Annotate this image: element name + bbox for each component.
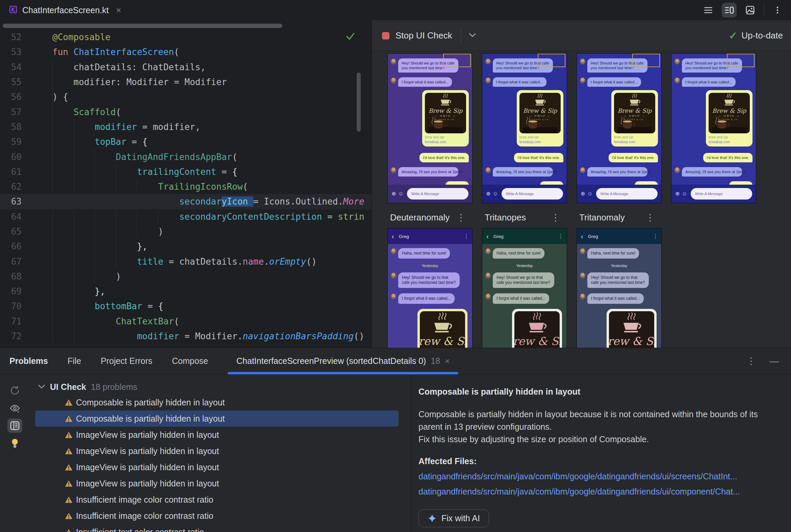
code-line[interactable]: 55 modifier: Modifier = Modifier [0, 75, 371, 90]
code-text: }, [52, 241, 148, 251]
problem-item-text: ImageView is partially hidden in layout [76, 462, 219, 472]
line-number: 60 [0, 152, 22, 162]
link-preview-card: Brew & Sip — OHIO — COFFEE & CO. brew an… [422, 90, 469, 147]
code-editor[interactable]: 52@Composable53fun ChatInterfaceScreen(5… [0, 20, 371, 348]
code-line[interactable]: 53fun ChatInterfaceScreen( [0, 44, 371, 59]
code-line[interactable]: 67 title = chatDetails.name.orEmpty() [0, 254, 371, 269]
vertical-scrollbar[interactable] [357, 73, 361, 132]
back-icon: ‹ [486, 233, 489, 240]
tab-project-errors[interactable]: Project Errors [100, 356, 152, 366]
code-line[interactable]: 61 trailingContent = { [0, 165, 371, 179]
tab-ui-check-preview[interactable]: ChatInterfaceScreenPreview (sortedChatDe… [228, 348, 458, 374]
preview-phone[interactable]: Hey! Should we go to that cafe you menti… [387, 53, 473, 203]
code-line[interactable]: 56) { [0, 90, 371, 104]
stop-ui-check-button[interactable]: Stop UI Check [382, 31, 452, 41]
emoji-icon: ☺ [587, 191, 592, 196]
problem-item[interactable]: ImageView is partially hidden in layout [35, 427, 399, 443]
preview-filter-eye-icon[interactable] [7, 401, 22, 415]
code-line[interactable]: 63 secondaryIcon = Icons.Outlined.More [0, 194, 371, 209]
preview-phone[interactable]: ‹ Greg ⋮ Haha, next time for sure! Yeste… [387, 228, 473, 348]
line-number: 69 [0, 286, 22, 297]
problem-item[interactable]: Insufficient image color contrast ratio [35, 492, 399, 508]
svg-text:Brew & Sip: Brew & Sip [712, 107, 747, 114]
layout-warning-highlight [727, 54, 755, 67]
preview-canvas[interactable]: Hey! Should we go to that cafe you menti… [372, 51, 791, 348]
code-line[interactable]: 70 bottomBar = { [0, 299, 371, 314]
preview-view-icon[interactable] [743, 3, 758, 18]
problem-item[interactable]: ImageView is partially hidden in layout [35, 443, 399, 459]
problem-item-text: ImageView is partially hidden in layout [76, 446, 219, 456]
preview-phone[interactable]: ‹ Greg ⋮ Haha, next time for sure! Yeste… [482, 228, 567, 348]
preview-phone[interactable]: Hey! Should we go to that cafe you menti… [671, 53, 756, 203]
editor-kebab-menu-icon[interactable] [770, 3, 785, 18]
chat-bubble-outgoing: I'd love that! It's this one. [420, 153, 469, 163]
minimize-icon[interactable]: — [769, 356, 779, 366]
problem-item[interactable]: ImageView is partially hidden in layout [35, 459, 399, 475]
code-line[interactable]: 66 }, [0, 239, 371, 254]
problem-item[interactable]: Insufficient text color contrast ratio [35, 524, 399, 532]
preview-phone[interactable]: Hey! Should we go to that cafe you menti… [482, 53, 567, 203]
code-line[interactable]: 68 ) [0, 269, 371, 284]
close-tab-icon[interactable]: × [445, 357, 449, 366]
tab-compose[interactable]: Compose [172, 356, 208, 366]
details-view-icon[interactable] [7, 419, 22, 433]
kebab-icon[interactable]: ⋮ [456, 212, 466, 223]
avatar [580, 77, 586, 83]
code-line[interactable]: 54 chatDetails: ChatDetails, [0, 60, 371, 75]
chat-bubble-incoming: I forgot what it was called... [493, 77, 547, 87]
code-line[interactable]: 64 secondaryContentDescription = strin [0, 209, 371, 224]
preview-phone[interactable]: Hey! Should we go to that cafe you menti… [576, 53, 662, 203]
preview-label: Deuteranomaly ⋮ [390, 211, 475, 224]
kebab-icon[interactable]: ⋮ [551, 212, 560, 223]
horizontal-scrollbar[interactable] [3, 24, 282, 28]
affected-file-link[interactable]: datingandfriends/src/main/java/com/ibm/g… [419, 487, 777, 497]
inspections-ok-icon[interactable] [345, 31, 355, 42]
avatar [580, 293, 586, 299]
kebab-icon[interactable]: ⋮ [645, 212, 655, 223]
problem-item[interactable]: ImageView is partially hidden in layout [35, 475, 399, 492]
stop-options-chevron-icon[interactable] [469, 33, 476, 39]
preview-phone[interactable]: ‹ Greg ⋮ Haha, next time for sure! Yeste… [576, 228, 662, 348]
chat-bubble-incoming: I forgot what it was called... [493, 293, 549, 304]
split-view-icon[interactable] [722, 3, 737, 18]
code-line[interactable]: 57 Scaffold( [0, 104, 371, 119]
card-title: brew and sip [519, 135, 560, 139]
lightbulb-icon[interactable] [7, 436, 22, 450]
code-line[interactable]: 72 modifier = Modifier.navigationBarsPad… [0, 329, 371, 344]
brew-and-sip-image: Brew & Sip — OHIO — COFFEE & CO. [609, 311, 654, 348]
chat-bubble-incoming: Amazing, I'll see you there at 2pm? [587, 167, 647, 176]
problem-item[interactable]: Composable is partially hidden in layout [35, 411, 399, 427]
problems-kebab-menu-icon[interactable]: ⋮ [747, 356, 756, 366]
code-text: fun ChatInterfaceScreen( [52, 47, 179, 57]
problems-group-row[interactable]: UI Check 18 problems [31, 379, 411, 394]
affected-file-link[interactable]: datingandfriends/src/main/java/com/ibm/g… [419, 472, 777, 481]
file-tab[interactable]: ChatInterfaceScreen.kt × [0, 0, 130, 20]
code-line[interactable]: 69 }, [0, 284, 371, 299]
svg-text:Brew & Sip: Brew & Sip [420, 335, 465, 348]
close-tab-icon[interactable]: × [116, 6, 121, 15]
warning-icon [65, 415, 73, 423]
svg-text:— OHIO —: — OHIO — [435, 114, 456, 117]
code-line[interactable]: 65 ) [0, 224, 371, 239]
code-line[interactable]: 58 modifier = modifier, [0, 119, 371, 134]
problem-item[interactable]: Composable is partially hidden in layout [35, 394, 399, 411]
tab-file[interactable]: File [68, 356, 81, 366]
refresh-icon[interactable] [7, 383, 22, 398]
code-view-icon[interactable] [701, 3, 716, 18]
code-line[interactable]: 71 ChatTextBar( [0, 314, 371, 329]
link-preview-card: Brew & Sip — OHIO — COFFEE & CO. brew an… [517, 90, 563, 147]
avatar [674, 167, 680, 173]
fix-with-ai-button[interactable]: Fix with AI [419, 509, 489, 527]
code-line[interactable]: 59 topBar = { [0, 134, 371, 149]
warning-icon [65, 480, 73, 488]
svg-text:Brew & Sip: Brew & Sip [609, 335, 654, 348]
line-number: 53 [0, 47, 22, 57]
code-line[interactable]: 62 TrailingIconsRow( [0, 179, 371, 194]
problem-item[interactable]: Insufficient image color contrast ratio [35, 508, 399, 524]
problem-item-text: ImageView is partially hidden in layout [76, 430, 219, 440]
message-input: Write A Message [691, 188, 752, 200]
chat-bubble-incoming: Hey! Should we go to that cafe you menti… [398, 272, 460, 288]
code-line[interactable]: 52@Composable [0, 30, 371, 44]
code-line[interactable]: 60 DatingAndFriendsAppBar( [0, 149, 371, 164]
avatar [580, 248, 586, 254]
